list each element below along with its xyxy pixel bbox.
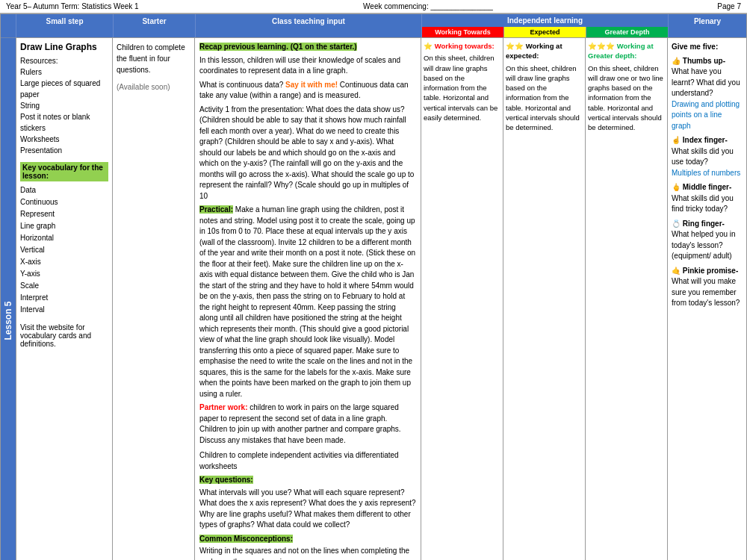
resources-label: Resources:	[20, 57, 108, 65]
cell-small-step: Draw Line Graphs Resources: Rulers Large…	[16, 38, 113, 560]
starter-text2: (Available soon)	[117, 81, 190, 93]
resources-list: Rulers Large pieces of squared paper Str…	[20, 66, 108, 156]
draw-line-graphs-title: Draw Line Graphs	[20, 42, 108, 52]
page-header: Year 5– Autumn Term: Statistics Week 1 W…	[0, 0, 747, 13]
plenary-ring: 💍 Ring finger- What helped you in today'…	[672, 219, 743, 262]
cell-independent: ⭐ Working towards: On this sheet, childr…	[421, 38, 668, 560]
col-header-small-step: Small step	[16, 14, 113, 37]
col-header-teaching: Class teaching input	[195, 14, 421, 37]
col-header-independent: Independent learning Working Towards Exp…	[421, 14, 668, 37]
header-right: Page 7	[717, 2, 741, 10]
lesson-label: Lesson 5	[1, 38, 16, 560]
plenary-middle: 🖕 Middle finger- What skills did you fin…	[672, 182, 743, 215]
cell-teaching: Recap previous learning. (Q1 on the star…	[195, 38, 421, 560]
starter-text1: Children to complete the fluent in four …	[117, 42, 190, 75]
cell-expected: ⭐⭐ Working at expected: On this sheet, c…	[503, 38, 586, 560]
cell-plenary: Give me five: 👍 Thumbs up- What have you…	[668, 38, 746, 560]
sub-header-expected: Expected	[503, 27, 586, 37]
cell-working-towards: ⭐ Working towards: On this sheet, childr…	[421, 38, 503, 560]
header-left: Year 5– Autumn Term: Statistics Week 1	[6, 2, 139, 10]
sub-header-greater-depth: Greater Depth	[586, 27, 668, 37]
vocab-box: Key vocabulary for the lesson:	[20, 162, 108, 181]
plenary-index: ☝ Index finger- What skills did you use …	[672, 135, 743, 178]
recap-highlight: Recap previous learning. (Q1 on the star…	[199, 43, 357, 51]
cell-starter: Children to complete the fluent in four …	[113, 38, 195, 560]
col-header-starter: Starter	[113, 14, 195, 37]
cell-greater-depth: ⭐⭐⭐ Working at Greater depth: On this sh…	[586, 38, 667, 560]
col-header-plenary: Plenary	[668, 14, 746, 37]
plenary-thumb: 👍 Thumbs up- What have you learnt? What …	[672, 56, 743, 132]
sub-header-working-towards: Working Towards	[422, 27, 503, 37]
plenary-pinkie: 🤙 Pinkie promise- What will you make sur…	[672, 266, 743, 309]
vocab-list: Data Continuous Represent Line graph Hor…	[20, 184, 108, 316]
header-center: Week commencing: _______________	[363, 2, 493, 10]
visit-text: Visit the website for vocabulary cards a…	[20, 323, 108, 348]
